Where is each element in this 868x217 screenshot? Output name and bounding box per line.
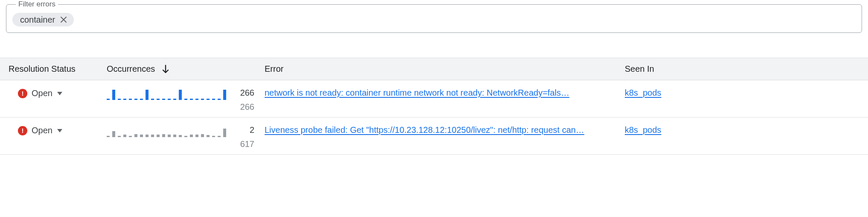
svg-rect-9	[146, 90, 149, 100]
occurrences-total: 266	[240, 102, 254, 112]
svg-rect-23	[223, 90, 226, 100]
svg-rect-15	[179, 90, 182, 100]
svg-rect-16	[184, 99, 187, 100]
svg-rect-18	[195, 99, 198, 100]
svg-rect-27	[118, 136, 121, 137]
table-header-row: Resolution Status Occurrences Error Seen…	[0, 58, 868, 80]
svg-rect-31	[140, 135, 143, 137]
table-row: ! Open 2 617 Liveness probe failed: Get …	[0, 117, 868, 155]
svg-rect-33	[151, 135, 154, 137]
svg-rect-37	[173, 135, 176, 137]
filter-legend: Filter errors	[16, 0, 58, 9]
chevron-down-icon	[57, 91, 63, 96]
svg-marker-1	[57, 92, 62, 95]
occurrences-sparkline	[107, 125, 229, 139]
svg-rect-35	[162, 134, 165, 137]
svg-rect-26	[112, 131, 115, 137]
svg-rect-42	[201, 134, 204, 137]
occurrences-count: 266	[240, 88, 254, 98]
occurrences-sparkline	[107, 88, 229, 102]
filter-errors-field[interactable]: Filter errors container	[6, 0, 862, 33]
svg-rect-22	[218, 99, 221, 100]
svg-rect-29	[129, 136, 132, 137]
svg-rect-32	[146, 135, 149, 137]
col-header-seen-in[interactable]: Seen In	[623, 58, 868, 80]
svg-rect-46	[223, 129, 226, 137]
seen-in-link[interactable]: k8s_pods	[625, 88, 863, 98]
svg-rect-43	[207, 135, 210, 137]
svg-rect-2	[107, 99, 110, 100]
svg-rect-13	[168, 99, 171, 100]
svg-rect-10	[151, 99, 154, 100]
svg-rect-7	[134, 99, 137, 100]
svg-rect-30	[134, 134, 137, 137]
svg-rect-41	[195, 135, 198, 137]
close-icon[interactable]	[59, 15, 68, 24]
svg-rect-6	[129, 99, 132, 100]
occurrences-total: 617	[240, 139, 254, 149]
svg-rect-4	[118, 99, 121, 100]
filter-chip-label: container	[20, 15, 55, 24]
svg-rect-21	[212, 99, 215, 100]
col-header-resolution-status[interactable]: Resolution Status	[0, 58, 98, 80]
sort-descending-icon	[162, 65, 169, 74]
filter-chip[interactable]: container	[12, 13, 74, 26]
table-row: ! Open 266 266 network is not ready: con…	[0, 80, 868, 117]
col-header-occurrences-label: Occurrences	[107, 64, 155, 74]
resolution-status-label: Open	[32, 88, 52, 98]
svg-rect-8	[140, 99, 143, 100]
svg-rect-14	[173, 99, 176, 100]
svg-rect-11	[157, 99, 160, 100]
svg-rect-38	[179, 135, 182, 137]
svg-marker-24	[57, 129, 62, 132]
svg-rect-40	[190, 135, 193, 137]
svg-rect-17	[190, 99, 193, 100]
seen-in-link[interactable]: k8s_pods	[625, 125, 863, 135]
occurrences-count: 2	[250, 125, 254, 135]
col-header-occurrences[interactable]: Occurrences	[98, 58, 256, 80]
errors-table: Resolution Status Occurrences Error Seen…	[0, 58, 868, 155]
resolution-status-dropdown[interactable]: ! Open	[9, 126, 63, 135]
svg-rect-19	[201, 99, 204, 100]
resolution-status-label: Open	[32, 126, 52, 135]
chevron-down-icon	[57, 129, 63, 133]
svg-rect-25	[107, 136, 110, 137]
svg-rect-28	[123, 135, 126, 137]
svg-rect-44	[212, 136, 215, 137]
svg-rect-5	[123, 99, 126, 100]
svg-rect-34	[157, 135, 160, 137]
svg-rect-12	[162, 99, 165, 100]
error-message-link[interactable]: Liveness probe failed: Get "https://10.2…	[265, 125, 618, 135]
error-message-link[interactable]: network is not ready: container runtime …	[265, 88, 618, 98]
resolution-status-dropdown[interactable]: ! Open	[9, 88, 63, 98]
svg-rect-20	[207, 99, 210, 100]
col-header-error[interactable]: Error	[256, 58, 623, 80]
svg-rect-3	[112, 90, 115, 100]
error-icon: !	[18, 89, 27, 98]
error-icon: !	[18, 126, 27, 135]
svg-rect-39	[184, 136, 187, 137]
svg-rect-45	[218, 136, 221, 137]
svg-rect-36	[168, 135, 171, 137]
